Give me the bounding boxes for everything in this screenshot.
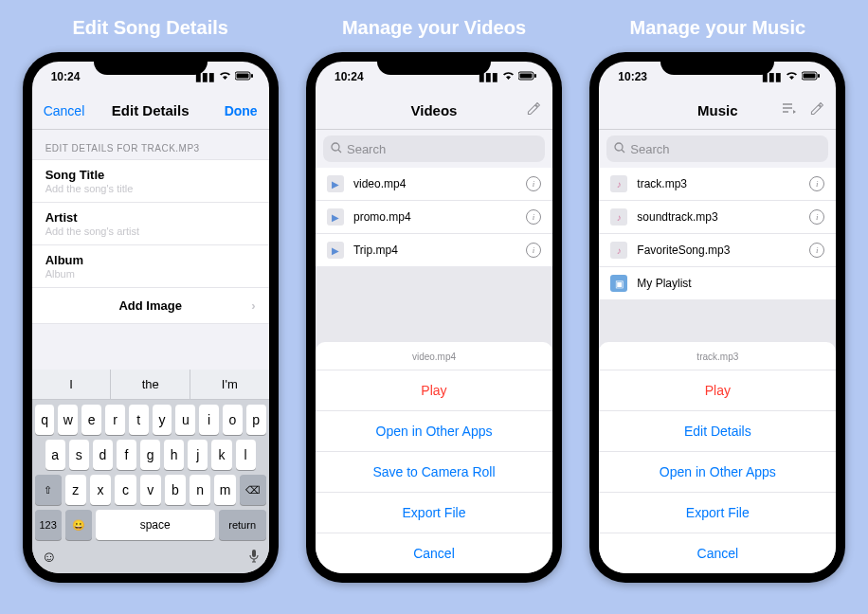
search-input[interactable]: Search — [606, 135, 828, 162]
action-open-other-apps[interactable]: Open in Other Apps — [316, 411, 552, 452]
list-item[interactable]: ▣ My Playlist — [599, 267, 836, 299]
action-export-file[interactable]: Export File — [316, 493, 552, 533]
info-icon[interactable]: i — [809, 209, 824, 225]
key-g[interactable]: g — [140, 440, 160, 470]
mic-icon[interactable] — [248, 549, 260, 568]
nav-title: Videos — [316, 102, 552, 118]
action-cancel[interactable]: Cancel — [599, 533, 836, 573]
action-play[interactable]: Play — [599, 370, 836, 411]
column-videos: Manage your Videos 10:24 ▮▮▮ Videos — [297, 17, 570, 583]
list-item[interactable]: ▶ video.mp4 i — [316, 168, 552, 201]
info-icon[interactable]: i — [526, 176, 541, 191]
list-item[interactable]: ▶ Trip.mp4 i — [316, 234, 552, 266]
keyboard[interactable]: I the I'm q w e r t y u i o p a — [32, 370, 269, 573]
info-icon[interactable]: i — [809, 243, 824, 258]
compose-icon[interactable] — [809, 101, 824, 120]
svg-rect-1 — [236, 74, 248, 79]
key-row-3: ⇧ z x c v b n m ⌫ — [32, 475, 269, 510]
section-header: EDIT DETAILS FOR TRACK.MP3 — [32, 130, 269, 159]
key-y[interactable]: y — [153, 405, 172, 435]
key-p[interactable]: p — [246, 405, 266, 435]
prediction-2[interactable]: the — [111, 370, 190, 399]
field-placeholder: Add the song's artist — [45, 226, 256, 237]
field-song-title[interactable]: Song Title Add the song's title — [32, 160, 269, 203]
list-item[interactable]: ▶ promo.mp4 i — [316, 201, 552, 234]
list-item[interactable]: ♪ track.mp3 i — [599, 168, 836, 201]
done-button[interactable]: Done — [225, 103, 258, 118]
panel-title: Edit Song Details — [72, 17, 227, 39]
action-sheet: track.mp3 Play Edit Details Open in Othe… — [599, 342, 836, 573]
action-edit-details[interactable]: Edit Details — [599, 411, 836, 452]
audio-file-icon: ♪ — [610, 208, 627, 226]
field-artist[interactable]: Artist Add the song's artist — [32, 203, 269, 245]
key-r[interactable]: r — [105, 405, 125, 435]
content-area: توب سوفت للبرامج www.ttopsoft.com video.… — [316, 266, 552, 573]
svg-rect-10 — [818, 74, 820, 78]
search-icon — [331, 142, 342, 156]
action-save-camera-roll[interactable]: Save to Camera Roll — [316, 452, 552, 493]
emoji-key[interactable]: 😀 — [65, 510, 92, 540]
key-c[interactable]: c — [115, 475, 136, 505]
return-key[interactable]: return — [219, 510, 266, 540]
key-o[interactable]: o — [223, 405, 243, 435]
prediction-3[interactable]: I'm — [190, 370, 269, 399]
key-h[interactable]: h — [164, 440, 184, 470]
list-item[interactable]: ♪ FavoriteSong.mp3 i — [599, 234, 836, 267]
column-edit-details: Edit Song Details 10:24 ▮▮▮ Cancel Edit … — [13, 17, 287, 583]
field-album[interactable]: Album Album — [32, 245, 269, 288]
key-m[interactable]: m — [214, 475, 235, 505]
svg-point-11 — [615, 143, 623, 151]
field-placeholder: Album — [45, 268, 256, 280]
search-icon — [614, 142, 625, 156]
filename: Trip.mp4 — [353, 244, 516, 257]
numbers-key[interactable]: 123 — [35, 510, 62, 540]
action-open-other-apps[interactable]: Open in Other Apps — [599, 452, 836, 493]
add-image-row[interactable]: Add Image › — [32, 288, 269, 323]
search-input[interactable]: Search — [323, 135, 545, 162]
phone-notch — [94, 52, 208, 75]
key-v[interactable]: v — [140, 475, 161, 505]
info-icon[interactable]: i — [809, 176, 824, 191]
info-icon[interactable]: i — [526, 243, 541, 258]
key-k[interactable]: k — [211, 440, 231, 470]
nav-bar: Music — [599, 92, 836, 130]
action-sheet: video.mp4 Play Open in Other Apps Save t… — [316, 342, 552, 573]
key-w[interactable]: w — [58, 405, 78, 435]
key-s[interactable]: s — [69, 440, 89, 470]
svg-rect-5 — [519, 74, 532, 79]
backspace-key[interactable]: ⌫ — [240, 475, 266, 505]
compose-icon[interactable] — [526, 101, 541, 120]
key-n[interactable]: n — [190, 475, 210, 505]
prediction-1[interactable]: I — [32, 370, 112, 399]
key-f[interactable]: f — [117, 440, 136, 470]
key-row-1: q w e r t y u i o p — [32, 400, 269, 440]
cancel-button[interactable]: Cancel — [44, 103, 85, 118]
space-key[interactable]: space — [96, 510, 215, 540]
key-b[interactable]: b — [165, 475, 186, 505]
key-i[interactable]: i — [199, 405, 219, 435]
wifi-icon — [219, 70, 231, 83]
key-q[interactable]: q — [35, 405, 55, 435]
now-playing-icon[interactable] — [781, 102, 796, 119]
key-l[interactable]: l — [236, 440, 256, 470]
key-u[interactable]: u — [175, 405, 195, 435]
key-e[interactable]: e — [81, 405, 101, 435]
phone-screen: 10:24 ▮▮▮ Videos Search ▶ — [316, 62, 552, 573]
shift-key[interactable]: ⇧ — [35, 475, 62, 505]
key-d[interactable]: d — [93, 440, 113, 470]
action-play[interactable]: Play — [316, 370, 552, 411]
action-cancel[interactable]: Cancel — [316, 533, 552, 573]
panel-title: Manage your Videos — [342, 17, 526, 39]
key-j[interactable]: j — [188, 440, 208, 470]
filename: video.mp4 — [353, 177, 516, 190]
list-item[interactable]: ♪ soundtrack.mp3 i — [599, 201, 836, 234]
svg-rect-9 — [804, 74, 816, 79]
info-icon[interactable]: i — [526, 209, 541, 225]
key-x[interactable]: x — [90, 475, 111, 505]
key-z[interactable]: z — [65, 475, 86, 505]
key-a[interactable]: a — [45, 440, 65, 470]
emoji-icon[interactable]: ☺ — [42, 549, 57, 568]
status-time: 10:24 — [335, 70, 364, 83]
key-t[interactable]: t — [129, 405, 149, 435]
action-export-file[interactable]: Export File — [599, 493, 836, 533]
